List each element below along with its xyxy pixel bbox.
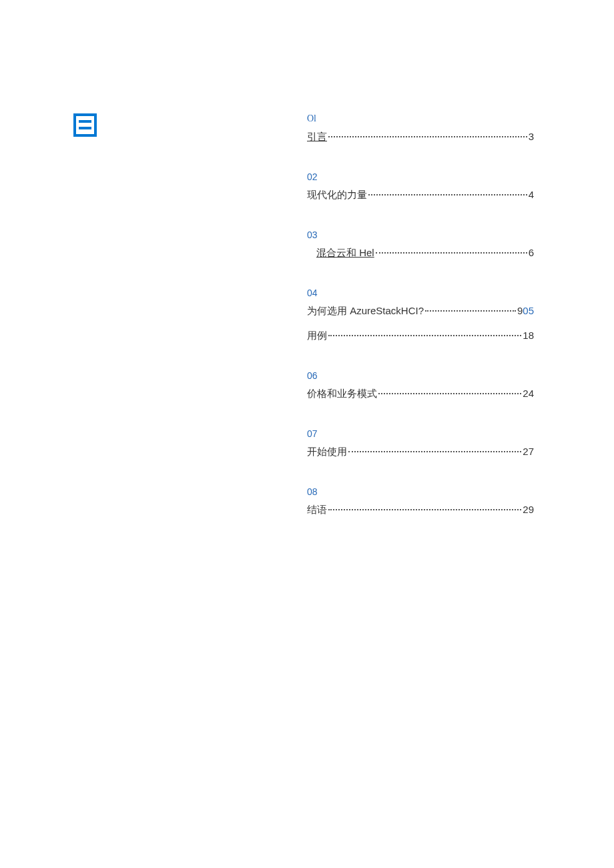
toc-leader-dots xyxy=(348,451,521,452)
toc-entry-page: 29 xyxy=(523,504,534,515)
page-number: 4 xyxy=(529,189,534,200)
toc-entry[interactable]: 价格和业务模式24 xyxy=(307,388,534,400)
toc-leader-dots xyxy=(425,310,516,312)
page-number: 29 xyxy=(523,504,534,515)
toc-section: 06价格和业务模式24 xyxy=(307,370,534,400)
left-column xyxy=(0,113,307,544)
toc-icon xyxy=(73,113,97,137)
toc-entry-page: 24 xyxy=(523,388,534,399)
toc-entry[interactable]: 用例18 xyxy=(307,330,534,342)
toc-leader-dots xyxy=(328,136,527,137)
toc-entry-page: 905 xyxy=(517,305,534,316)
toc-leader-dots xyxy=(376,252,527,254)
toc-entry[interactable]: 混合云和 Hel6 xyxy=(307,247,534,260)
toc-entry[interactable]: 引言3 xyxy=(307,131,534,143)
toc-leader-dots xyxy=(378,393,521,394)
toc-entry[interactable]: 结语29 xyxy=(307,504,534,516)
document-page: Ol引言302现代化的力量403混合云和 Hel604为何选用 AzureSta… xyxy=(0,0,614,544)
toc-entry-title: 现代化的力量 xyxy=(307,189,367,201)
toc-section: 04为何选用 AzureStackHCI?905用例18 xyxy=(307,288,534,342)
page-number: 27 xyxy=(523,446,534,457)
toc-entry[interactable]: 开始使用27 xyxy=(307,446,534,458)
toc-leader-dots xyxy=(368,194,527,195)
toc-entry-title: 混合云和 Hel xyxy=(307,247,374,260)
section-number: 06 xyxy=(307,370,534,381)
page-number: 3 xyxy=(529,131,534,142)
page-number: 24 xyxy=(523,388,534,399)
page-suffix: 05 xyxy=(523,305,534,316)
toc-entry-title: 用例 xyxy=(307,330,327,342)
toc-entry-title: 为何选用 AzureStackHCI? xyxy=(307,305,424,318)
toc-entry-title: 结语 xyxy=(307,504,327,516)
section-number: 08 xyxy=(307,486,534,497)
toc-section: 07开始使用27 xyxy=(307,428,534,458)
toc-entry-title: 引言 xyxy=(307,131,327,143)
toc-section: 08结语29 xyxy=(307,486,534,516)
toc-section: 03混合云和 Hel6 xyxy=(307,230,534,260)
section-number: Ol xyxy=(307,113,534,124)
toc-entry-page: 4 xyxy=(529,189,534,200)
section-number: 02 xyxy=(307,171,534,182)
toc-entry[interactable]: 为何选用 AzureStackHCI?905 xyxy=(307,305,534,318)
toc-entry-title: 价格和业务模式 xyxy=(307,388,377,400)
toc-leader-dots xyxy=(328,335,521,336)
toc-entry[interactable]: 现代化的力量4 xyxy=(307,189,534,201)
toc-section: Ol引言3 xyxy=(307,113,534,143)
toc-entry-page: 18 xyxy=(523,330,534,341)
section-number: 07 xyxy=(307,428,534,439)
section-number: 03 xyxy=(307,230,534,240)
toc-entry-page: 3 xyxy=(529,131,534,142)
section-number: 04 xyxy=(307,288,534,298)
toc-entry-title: 开始使用 xyxy=(307,446,347,458)
page-number: 6 xyxy=(529,247,534,258)
toc-leader-dots xyxy=(328,509,521,510)
toc-entry-page: 27 xyxy=(523,446,534,457)
toc-container: Ol引言302现代化的力量403混合云和 Hel604为何选用 AzureSta… xyxy=(307,113,574,544)
toc-entry-page: 6 xyxy=(529,247,534,258)
page-number: 18 xyxy=(523,330,534,341)
toc-section: 02现代化的力量4 xyxy=(307,171,534,201)
